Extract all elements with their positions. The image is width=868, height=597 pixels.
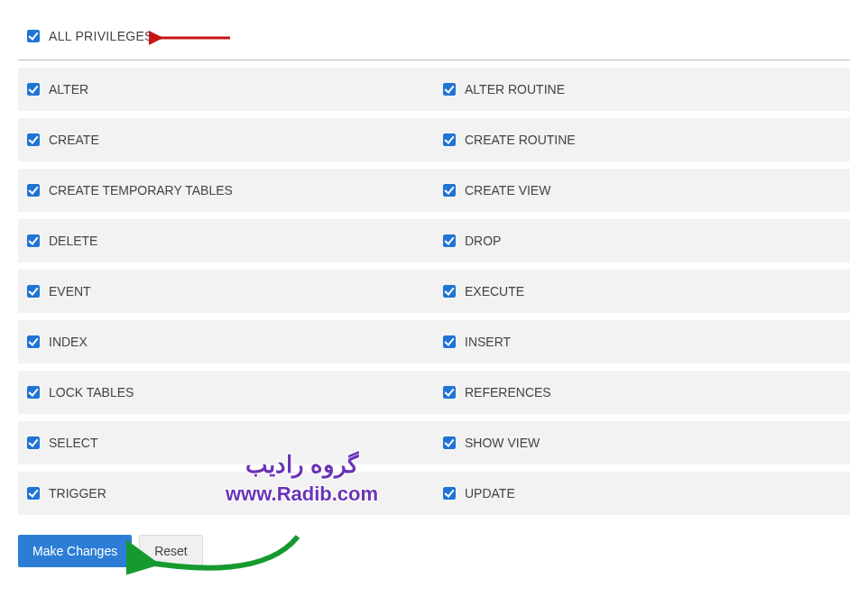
- privilege-cell: DELETE: [18, 219, 434, 262]
- privilege-checkbox[interactable]: [27, 83, 40, 96]
- privilege-checkbox[interactable]: [443, 133, 456, 146]
- privileges-grid: ALTERALTER ROUTINECREATECREATE ROUTINECR…: [18, 68, 850, 515]
- privilege-row: ALTERALTER ROUTINE: [18, 68, 850, 111]
- privilege-cell: EXECUTE: [434, 270, 850, 313]
- privilege-cell: EVENT: [18, 270, 434, 313]
- all-privileges-row: ALL PRIVILEGES: [18, 18, 850, 60]
- privilege-cell: DROP: [434, 219, 850, 262]
- privilege-row: LOCK TABLESREFERENCES: [18, 371, 850, 414]
- privilege-checkbox[interactable]: [27, 335, 40, 348]
- privilege-row: CREATE TEMPORARY TABLESCREATE VIEW: [18, 169, 850, 212]
- privilege-cell: INDEX: [18, 320, 434, 363]
- privilege-checkbox[interactable]: [443, 83, 456, 96]
- reset-button[interactable]: Reset: [139, 535, 203, 567]
- privilege-label: EVENT: [49, 284, 91, 298]
- make-changes-button[interactable]: Make Changes: [18, 535, 132, 567]
- privilege-label: CREATE: [49, 133, 99, 147]
- privilege-cell: SELECT: [18, 421, 434, 464]
- privilege-label: DROP: [465, 234, 501, 248]
- privilege-label: DELETE: [49, 234, 97, 248]
- privilege-checkbox[interactable]: [443, 184, 456, 197]
- privilege-cell: CREATE VIEW: [434, 169, 850, 212]
- privilege-label: EXECUTE: [465, 284, 524, 298]
- privilege-checkbox[interactable]: [27, 487, 40, 500]
- privilege-cell: TRIGGER: [18, 472, 434, 515]
- privilege-cell: CREATE: [18, 118, 434, 161]
- privilege-cell: UPDATE: [434, 472, 850, 515]
- all-privileges-checkbox[interactable]: [27, 30, 40, 42]
- privilege-row: SELECTSHOW VIEW: [18, 421, 850, 464]
- privilege-label: CREATE TEMPORARY TABLES: [49, 183, 233, 197]
- privilege-checkbox[interactable]: [443, 487, 456, 500]
- privilege-cell: CREATE ROUTINE: [434, 118, 850, 161]
- all-privileges-label: ALL PRIVILEGES: [49, 29, 153, 43]
- privilege-cell: LOCK TABLES: [18, 371, 434, 414]
- privilege-label: ALTER: [49, 82, 88, 96]
- privilege-cell: ALTER: [18, 68, 434, 111]
- privilege-row: EVENTEXECUTE: [18, 270, 850, 313]
- privilege-checkbox[interactable]: [27, 184, 40, 197]
- privilege-row: CREATECREATE ROUTINE: [18, 118, 850, 161]
- privilege-checkbox[interactable]: [27, 386, 40, 399]
- privilege-label: REFERENCES: [465, 385, 551, 400]
- privilege-cell: INSERT: [434, 320, 850, 363]
- privilege-checkbox[interactable]: [443, 234, 456, 247]
- privilege-label: CREATE VIEW: [465, 183, 550, 197]
- privilege-cell: REFERENCES: [434, 371, 850, 414]
- privilege-label: CREATE ROUTINE: [465, 133, 576, 147]
- privilege-cell: ALTER ROUTINE: [434, 68, 850, 111]
- privilege-label: ALTER ROUTINE: [465, 82, 565, 96]
- privilege-row: INDEXINSERT: [18, 320, 850, 363]
- privilege-checkbox[interactable]: [443, 436, 456, 449]
- privilege-label: SHOW VIEW: [465, 436, 540, 450]
- divider: [18, 60, 850, 60]
- privilege-row: DELETEDROP: [18, 219, 850, 262]
- privilege-label: SELECT: [49, 436, 97, 450]
- privilege-checkbox[interactable]: [443, 335, 456, 348]
- privilege-checkbox[interactable]: [27, 436, 40, 449]
- privilege-row: TRIGGERUPDATE: [18, 472, 850, 515]
- privilege-cell: CREATE TEMPORARY TABLES: [18, 169, 434, 212]
- privilege-checkbox[interactable]: [27, 285, 40, 298]
- privilege-label: TRIGGER: [49, 486, 106, 501]
- privilege-cell: SHOW VIEW: [434, 421, 850, 464]
- privilege-label: LOCK TABLES: [49, 385, 134, 400]
- privilege-checkbox[interactable]: [443, 386, 456, 399]
- privilege-checkbox[interactable]: [443, 285, 456, 298]
- privilege-label: INSERT: [465, 335, 511, 349]
- privilege-label: INDEX: [49, 335, 88, 349]
- privilege-checkbox[interactable]: [27, 234, 40, 247]
- button-row: Make Changes Reset: [18, 535, 850, 567]
- privilege-label: UPDATE: [465, 486, 515, 501]
- privilege-checkbox[interactable]: [27, 133, 40, 146]
